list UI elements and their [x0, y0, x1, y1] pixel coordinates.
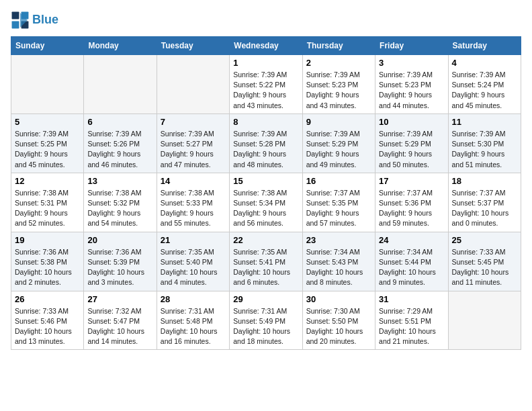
calendar-cell: 27Sunrise: 7:32 AMSunset: 5:47 PMDayligh… — [84, 291, 157, 350]
svg-rect-0 — [12, 12, 19, 19]
day-number: 24 — [379, 235, 444, 245]
calendar-cell: 8Sunrise: 7:39 AMSunset: 5:28 PMDaylight… — [230, 113, 302, 173]
day-info: Sunrise: 7:36 AMSunset: 5:38 PMDaylight:… — [15, 247, 80, 288]
calendar-cell: 21Sunrise: 7:35 AMSunset: 5:40 PMDayligh… — [157, 232, 229, 291]
day-number: 28 — [161, 294, 226, 304]
day-info: Sunrise: 7:30 AMSunset: 5:50 PMDaylight:… — [306, 306, 371, 347]
day-number: 4 — [452, 58, 517, 68]
day-number: 31 — [379, 294, 444, 304]
calendar-cell: 16Sunrise: 7:37 AMSunset: 5:35 PMDayligh… — [302, 173, 375, 232]
day-number: 30 — [306, 294, 371, 304]
calendar-header-row: SundayMondayTuesdayWednesdayThursdayFrid… — [11, 37, 521, 55]
calendar-week-row: 1Sunrise: 7:39 AMSunset: 5:22 PMDaylight… — [11, 55, 521, 114]
day-number: 2 — [306, 58, 371, 68]
day-number: 29 — [233, 294, 298, 304]
day-info: Sunrise: 7:38 AMSunset: 5:31 PMDaylight:… — [15, 188, 80, 229]
day-info: Sunrise: 7:39 AMSunset: 5:23 PMDaylight:… — [379, 70, 444, 111]
day-info: Sunrise: 7:37 AMSunset: 5:37 PMDaylight:… — [452, 188, 517, 229]
day-info: Sunrise: 7:32 AMSunset: 5:47 PMDaylight:… — [87, 306, 152, 347]
day-number: 23 — [306, 235, 371, 245]
column-header-friday: Friday — [375, 37, 448, 55]
calendar-week-row: 5Sunrise: 7:39 AMSunset: 5:25 PMDaylight… — [11, 113, 521, 173]
calendar-cell: 25Sunrise: 7:33 AMSunset: 5:45 PMDayligh… — [448, 232, 521, 291]
calendar-cell: 29Sunrise: 7:31 AMSunset: 5:49 PMDayligh… — [230, 291, 302, 350]
calendar-cell — [11, 55, 84, 114]
day-info: Sunrise: 7:35 AMSunset: 5:40 PMDaylight:… — [161, 247, 226, 288]
day-number: 18 — [452, 176, 517, 186]
column-header-saturday: Saturday — [448, 37, 521, 55]
day-number: 10 — [379, 117, 444, 127]
day-number: 1 — [233, 58, 298, 68]
day-info: Sunrise: 7:38 AMSunset: 5:33 PMDaylight:… — [161, 188, 226, 229]
day-number: 17 — [379, 176, 444, 186]
calendar-cell: 9Sunrise: 7:39 AMSunset: 5:29 PMDaylight… — [302, 113, 375, 173]
day-info: Sunrise: 7:29 AMSunset: 5:51 PMDaylight:… — [379, 306, 444, 347]
page-header: Blue — [11, 11, 521, 30]
column-header-thursday: Thursday — [302, 37, 375, 55]
logo-text-blue: Blue — [32, 13, 58, 27]
day-info: Sunrise: 7:37 AMSunset: 5:35 PMDaylight:… — [306, 188, 371, 229]
column-header-monday: Monday — [84, 37, 157, 55]
calendar-cell: 3Sunrise: 7:39 AMSunset: 5:23 PMDaylight… — [375, 55, 448, 114]
calendar-week-row: 19Sunrise: 7:36 AMSunset: 5:38 PMDayligh… — [11, 232, 521, 291]
calendar-cell: 30Sunrise: 7:30 AMSunset: 5:50 PMDayligh… — [302, 291, 375, 350]
day-number: 11 — [452, 117, 517, 127]
day-number: 9 — [306, 117, 371, 127]
calendar-cell: 20Sunrise: 7:36 AMSunset: 5:39 PMDayligh… — [84, 232, 157, 291]
day-number: 27 — [87, 294, 152, 304]
calendar-cell: 7Sunrise: 7:39 AMSunset: 5:27 PMDaylight… — [157, 113, 229, 173]
day-number: 3 — [379, 58, 444, 68]
day-info: Sunrise: 7:39 AMSunset: 5:23 PMDaylight:… — [306, 70, 371, 111]
day-info: Sunrise: 7:39 AMSunset: 5:25 PMDaylight:… — [15, 129, 80, 170]
day-info: Sunrise: 7:38 AMSunset: 5:34 PMDaylight:… — [233, 188, 298, 229]
day-info: Sunrise: 7:39 AMSunset: 5:29 PMDaylight:… — [379, 129, 444, 170]
day-info: Sunrise: 7:33 AMSunset: 5:45 PMDaylight:… — [452, 247, 517, 288]
day-number: 19 — [15, 235, 80, 245]
day-info: Sunrise: 7:31 AMSunset: 5:48 PMDaylight:… — [161, 306, 226, 347]
day-info: Sunrise: 7:34 AMSunset: 5:43 PMDaylight:… — [306, 247, 371, 288]
calendar-cell: 15Sunrise: 7:38 AMSunset: 5:34 PMDayligh… — [230, 173, 302, 232]
day-number: 7 — [161, 117, 226, 127]
day-number: 20 — [87, 235, 152, 245]
calendar-cell: 14Sunrise: 7:38 AMSunset: 5:33 PMDayligh… — [157, 173, 229, 232]
day-number: 15 — [233, 176, 298, 186]
day-info: Sunrise: 7:39 AMSunset: 5:28 PMDaylight:… — [233, 129, 298, 170]
day-number: 25 — [452, 235, 517, 245]
day-info: Sunrise: 7:39 AMSunset: 5:30 PMDaylight:… — [452, 129, 517, 170]
day-info: Sunrise: 7:39 AMSunset: 5:27 PMDaylight:… — [161, 129, 226, 170]
column-header-sunday: Sunday — [11, 37, 84, 55]
column-header-tuesday: Tuesday — [157, 37, 229, 55]
day-info: Sunrise: 7:35 AMSunset: 5:41 PMDaylight:… — [233, 247, 298, 288]
calendar-cell: 19Sunrise: 7:36 AMSunset: 5:38 PMDayligh… — [11, 232, 84, 291]
day-info: Sunrise: 7:34 AMSunset: 5:44 PMDaylight:… — [379, 247, 444, 288]
day-info: Sunrise: 7:39 AMSunset: 5:24 PMDaylight:… — [452, 70, 517, 111]
day-number: 14 — [161, 176, 226, 186]
day-info: Sunrise: 7:39 AMSunset: 5:22 PMDaylight:… — [233, 70, 298, 111]
calendar-cell: 5Sunrise: 7:39 AMSunset: 5:25 PMDaylight… — [11, 113, 84, 173]
calendar-cell: 23Sunrise: 7:34 AMSunset: 5:43 PMDayligh… — [302, 232, 375, 291]
day-info: Sunrise: 7:37 AMSunset: 5:36 PMDaylight:… — [379, 188, 444, 229]
calendar-cell — [84, 55, 157, 114]
calendar-week-row: 26Sunrise: 7:33 AMSunset: 5:46 PMDayligh… — [11, 291, 521, 350]
calendar-cell: 11Sunrise: 7:39 AMSunset: 5:30 PMDayligh… — [448, 113, 521, 173]
calendar-cell: 28Sunrise: 7:31 AMSunset: 5:48 PMDayligh… — [157, 291, 229, 350]
calendar-cell: 18Sunrise: 7:37 AMSunset: 5:37 PMDayligh… — [448, 173, 521, 232]
calendar-cell: 26Sunrise: 7:33 AMSunset: 5:46 PMDayligh… — [11, 291, 84, 350]
day-number: 5 — [15, 117, 80, 127]
calendar-cell: 4Sunrise: 7:39 AMSunset: 5:24 PMDaylight… — [448, 55, 521, 114]
calendar-cell: 10Sunrise: 7:39 AMSunset: 5:29 PMDayligh… — [375, 113, 448, 173]
logo-icon — [11, 11, 30, 30]
column-header-wednesday: Wednesday — [230, 37, 302, 55]
day-info: Sunrise: 7:36 AMSunset: 5:39 PMDaylight:… — [87, 247, 152, 288]
logo: Blue — [11, 11, 58, 30]
day-info: Sunrise: 7:39 AMSunset: 5:29 PMDaylight:… — [306, 129, 371, 170]
day-info: Sunrise: 7:33 AMSunset: 5:46 PMDaylight:… — [15, 306, 80, 347]
calendar-cell: 31Sunrise: 7:29 AMSunset: 5:51 PMDayligh… — [375, 291, 448, 350]
calendar-cell: 24Sunrise: 7:34 AMSunset: 5:44 PMDayligh… — [375, 232, 448, 291]
day-info: Sunrise: 7:39 AMSunset: 5:26 PMDaylight:… — [87, 129, 152, 170]
day-number: 22 — [233, 235, 298, 245]
svg-rect-2 — [12, 21, 19, 29]
calendar-week-row: 12Sunrise: 7:38 AMSunset: 5:31 PMDayligh… — [11, 173, 521, 232]
day-number: 16 — [306, 176, 371, 186]
calendar-cell: 1Sunrise: 7:39 AMSunset: 5:22 PMDaylight… — [230, 55, 302, 114]
